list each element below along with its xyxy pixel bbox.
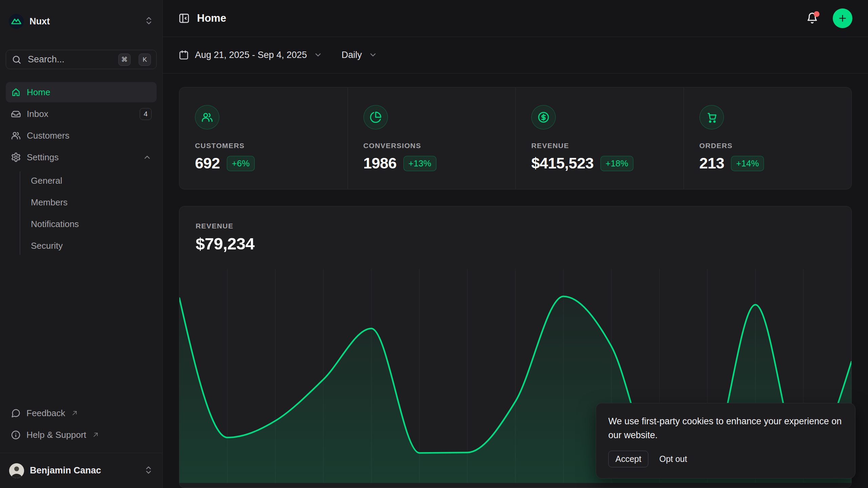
sidebar-item-settings[interactable]: Settings bbox=[6, 147, 157, 167]
feedback-link[interactable]: Feedback bbox=[6, 404, 157, 422]
sidebar-collapse-button[interactable] bbox=[178, 13, 190, 24]
stat-delta-badge: +6% bbox=[227, 156, 255, 171]
chevron-down-icon bbox=[314, 50, 322, 59]
help-support-link[interactable]: Help & Support bbox=[6, 426, 157, 444]
stat-value: 213 bbox=[699, 155, 725, 172]
stat-delta-badge: +14% bbox=[731, 156, 764, 171]
stat-value: 1986 bbox=[363, 155, 397, 172]
users-icon bbox=[195, 105, 219, 129]
cart-icon bbox=[699, 105, 724, 129]
date-range-picker[interactable]: Aug 21, 2025 - Sep 4, 2025 bbox=[178, 49, 322, 60]
inbox-count-badge: 4 bbox=[140, 108, 152, 120]
chevrons-up-down-icon bbox=[144, 16, 154, 27]
stat-label: REVENUE bbox=[531, 142, 668, 150]
nuxt-logo-icon bbox=[9, 14, 24, 29]
page-title: Home bbox=[197, 12, 226, 24]
revenue-chart-label: REVENUE bbox=[196, 222, 835, 230]
sidebar-nav: Home Inbox 4 Customers Settings bbox=[6, 82, 157, 258]
workspace-name: Nuxt bbox=[29, 16, 50, 27]
info-circle-icon bbox=[11, 430, 21, 440]
inbox-icon bbox=[11, 109, 21, 119]
stat-value: 692 bbox=[195, 155, 220, 172]
gear-icon bbox=[11, 152, 21, 162]
page-header: Home bbox=[163, 0, 868, 37]
sidebar-item-home[interactable]: Home bbox=[6, 82, 157, 102]
date-range-label: Aug 21, 2025 - Sep 4, 2025 bbox=[195, 50, 307, 60]
search-placeholder: Search... bbox=[28, 54, 112, 65]
stat-delta-badge: +18% bbox=[600, 156, 633, 171]
notifications-button[interactable] bbox=[806, 12, 818, 24]
sidebar-item-label: Home bbox=[27, 87, 50, 98]
granularity-label: Daily bbox=[341, 50, 362, 60]
avatar bbox=[9, 463, 24, 478]
cookie-message: We use first-party cookies to enhance yo… bbox=[608, 414, 843, 442]
stat-label: CONVERSIONS bbox=[363, 142, 500, 150]
pie-chart-icon bbox=[363, 105, 388, 129]
chevrons-up-down-icon bbox=[144, 465, 153, 476]
kbd-meta: ⌘ bbox=[118, 54, 131, 66]
notification-dot bbox=[814, 11, 820, 17]
stat-label: CUSTOMERS bbox=[195, 142, 332, 150]
user-menu[interactable]: Benjamin Canac bbox=[0, 453, 162, 488]
cookie-banner: We use first-party cookies to enhance yo… bbox=[596, 403, 855, 479]
sidebar-item-general[interactable]: General bbox=[20, 171, 157, 190]
message-bubble-icon bbox=[11, 408, 21, 418]
users-icon bbox=[11, 130, 21, 141]
add-button[interactable] bbox=[833, 8, 852, 28]
user-name: Benjamin Canac bbox=[30, 465, 101, 476]
settings-subnav: General Members Notifications Security bbox=[20, 171, 157, 255]
cookie-accept-button[interactable]: Accept bbox=[608, 451, 648, 467]
sidebar-item-notifications[interactable]: Notifications bbox=[20, 215, 157, 233]
help-support-label: Help & Support bbox=[26, 430, 86, 440]
stat-value: $415,523 bbox=[531, 155, 594, 172]
circle-dollar-icon bbox=[531, 105, 556, 129]
stat-orders: ORDERS 213 +14% bbox=[684, 87, 852, 189]
stat-delta-badge: +13% bbox=[403, 156, 436, 171]
external-link-icon bbox=[72, 408, 78, 419]
sidebar-item-label: Inbox bbox=[27, 109, 48, 119]
search-input[interactable]: Search... ⌘ K bbox=[6, 50, 157, 69]
stat-revenue: REVENUE $415,523 +18% bbox=[515, 87, 684, 189]
stat-conversions: CONVERSIONS 1986 +13% bbox=[348, 87, 516, 189]
sidebar-footer: Feedback Help & Support bbox=[6, 404, 157, 447]
search-icon bbox=[12, 55, 22, 65]
stat-label: ORDERS bbox=[699, 142, 836, 150]
sidebar-item-label: Customers bbox=[27, 130, 70, 141]
cookie-optout-button[interactable]: Opt out bbox=[652, 451, 694, 467]
sidebar-item-label: Settings bbox=[27, 152, 59, 163]
kbd-k: K bbox=[139, 54, 151, 66]
stat-customers: CUSTOMERS 692 +6% bbox=[179, 87, 348, 189]
stats-card: CUSTOMERS 692 +6% CONVERSIONS 1986 +13% bbox=[179, 87, 852, 189]
sidebar-item-inbox[interactable]: Inbox 4 bbox=[6, 104, 157, 124]
chevron-down-icon bbox=[369, 50, 377, 59]
chevron-up-icon bbox=[143, 153, 152, 162]
external-link-icon bbox=[93, 430, 99, 440]
sidebar-item-members[interactable]: Members bbox=[20, 193, 157, 211]
sidebar-item-customers[interactable]: Customers bbox=[6, 125, 157, 146]
sidebar-item-security[interactable]: Security bbox=[20, 237, 157, 255]
filters-toolbar: Aug 21, 2025 - Sep 4, 2025 Daily bbox=[163, 37, 868, 74]
workspace-selector[interactable]: Nuxt bbox=[5, 14, 157, 29]
sidebar: Nuxt Search... ⌘ K Home bbox=[0, 0, 163, 488]
revenue-chart-value: $79,234 bbox=[196, 234, 835, 253]
home-icon bbox=[11, 87, 21, 97]
calendar-icon bbox=[178, 49, 189, 60]
granularity-select[interactable]: Daily bbox=[341, 50, 377, 60]
feedback-label: Feedback bbox=[26, 408, 65, 419]
